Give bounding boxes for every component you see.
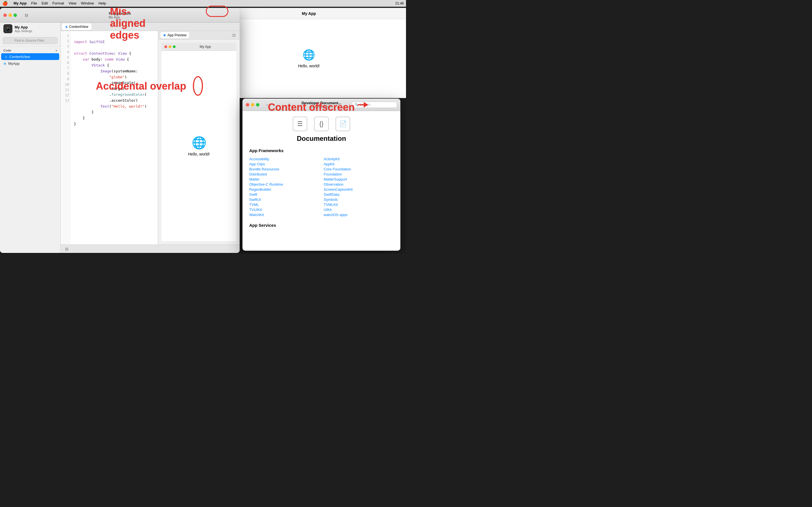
- docs-link-distributed[interactable]: Distributed: [249, 172, 267, 177]
- editor-tab-bar: ◈ ContentView: [61, 22, 240, 31]
- docs-link-watchosapps[interactable]: watchOS apps: [324, 212, 348, 217]
- docs-nav-buttons: ‹ ›: [264, 102, 277, 108]
- docs-link-tvmlkit[interactable]: TVMLKit: [324, 202, 338, 207]
- docs-link-matter[interactable]: Matter: [249, 177, 260, 182]
- xcode-title-main: Playgrounds: [109, 11, 131, 15]
- myapp-panel-content: 🌐 Hello, world!: [212, 19, 406, 98]
- menu-bar-right: 21:46: [395, 1, 404, 5]
- xcode-body: 📱 My App App Settings 🔍 Find in Source F…: [0, 22, 240, 253]
- iphone-traffic-lights: [164, 45, 175, 48]
- docs-link-observation[interactable]: Observation: [324, 182, 343, 187]
- code-editor[interactable]: 12345 678910 111213 import SwiftUI struc…: [61, 31, 158, 244]
- app-name: My App: [15, 25, 32, 29]
- docs-link-activitykit[interactable]: ActivityKit: [324, 156, 340, 162]
- docs-link-tvuikit[interactable]: TVUIKit: [249, 207, 262, 212]
- docs-maximize[interactable]: [256, 103, 259, 107]
- docs-link-accessibility[interactable]: Accessibility: [249, 156, 269, 162]
- docs-link-swiftui[interactable]: SwiftUI: [249, 197, 261, 202]
- docs-search-box[interactable]: 🔍 Search: [352, 102, 397, 108]
- docs-titlebar: ‹ › Developer Document... Documentation …: [243, 99, 400, 111]
- docs-link-mattersupport[interactable]: MatterSupport: [324, 177, 347, 182]
- menu-myapp[interactable]: My App: [13, 1, 27, 5]
- app-icon: 📱: [3, 24, 12, 33]
- myapp-globe-icon: 🌐: [303, 49, 315, 61]
- docs-links-grid: Accessibility App Clips Bundle Resources…: [249, 156, 394, 217]
- docs-link-tvml[interactable]: TVML: [249, 202, 259, 207]
- docs-close[interactable]: [246, 103, 249, 107]
- app-subtitle: App Settings: [15, 29, 32, 33]
- docs-link-watchkit[interactable]: WatchKit: [249, 212, 264, 217]
- iphone-title: My App: [177, 45, 234, 49]
- tab-contentview-icon: ◈: [65, 25, 68, 29]
- xcode-bottom-toolbar: ⊟: [61, 244, 240, 253]
- preview-tab-bar: ◉ App Preview ⊡: [158, 31, 240, 40]
- preview-action-btn[interactable]: ⊡: [231, 32, 238, 39]
- search-placeholder: Find in Source Files: [14, 39, 44, 43]
- docs-link-objcruntime[interactable]: Objective-C Runtime: [249, 182, 283, 187]
- menu-help[interactable]: Help: [98, 1, 106, 5]
- bottom-sidebar-icon[interactable]: ⊟: [64, 246, 70, 252]
- minimize-button[interactable]: [8, 13, 12, 17]
- preview-hello-text: Hello, world!: [188, 152, 210, 156]
- docs-minimize[interactable]: [251, 103, 254, 107]
- docs-link-bundleresources[interactable]: Bundle Resources: [249, 166, 279, 172]
- sidebar-chevron-icon: ▾: [56, 49, 57, 52]
- menu-file[interactable]: File: [31, 1, 37, 5]
- menu-view[interactable]: View: [68, 1, 77, 5]
- docs-title: Developer Document...: [302, 101, 342, 105]
- apple-menu[interactable]: 🍎: [2, 1, 8, 6]
- docs-back-button[interactable]: ‹: [264, 102, 270, 108]
- sidebar-item-myapp[interactable]: ◈ MyApp: [0, 60, 60, 67]
- close-button[interactable]: [3, 13, 7, 17]
- docs-link-appclips[interactable]: App Clips: [249, 161, 265, 167]
- xcode-titlebar: ⊟ Playgrounds My App: [0, 8, 240, 22]
- menu-edit[interactable]: Edit: [42, 1, 48, 5]
- tab-app-preview[interactable]: ◉ App Preview: [160, 32, 189, 39]
- sidebar-search-input[interactable]: Find in Source Files: [3, 37, 57, 44]
- docs-window: ‹ › Developer Document... Documentation …: [243, 99, 400, 251]
- xcode-content: ◈ ContentView 12345 678910 111213 import…: [61, 22, 240, 253]
- docs-icon-file: 📄: [336, 117, 350, 131]
- sidebar-toggle-icon[interactable]: ⊟: [24, 12, 29, 18]
- docs-link-appkit[interactable]: AppKit: [324, 161, 335, 167]
- docs-link-corefoundation[interactable]: Core Foundation: [324, 166, 351, 172]
- code-content[interactable]: import SwiftUI struct ContentView: View …: [70, 31, 158, 244]
- sidebar-app-item[interactable]: 📱 My App App Settings: [0, 22, 60, 35]
- docs-icon-list: ☰: [293, 117, 307, 131]
- myapp-filename: MyApp: [8, 61, 19, 66]
- xcode-window-title: Playgrounds My App: [109, 11, 131, 19]
- docs-link-regexbuilder[interactable]: RegexBuilder: [249, 187, 271, 192]
- docs-traffic-lights: [246, 103, 259, 107]
- tab-contentview[interactable]: ◈ ContentView: [62, 23, 92, 30]
- docs-link-swiftdata[interactable]: SwiftData: [324, 192, 340, 197]
- iphone-close: [164, 45, 167, 48]
- docs-main-title: Documentation: [249, 135, 394, 143]
- editor-preview-split: 12345 678910 111213 import SwiftUI struc…: [61, 31, 240, 244]
- contentview-filename: ContentView: [9, 55, 30, 59]
- preview-globe-icon: 🌐: [192, 136, 206, 150]
- myapp-panel-title: My App: [302, 11, 316, 16]
- docs-subtitle: Documentation: [302, 105, 342, 108]
- docs-link-uikit[interactable]: UIKit: [324, 207, 332, 212]
- docs-body: ☰ {} 📄 Documentation App Frameworks Acce…: [243, 111, 400, 251]
- docs-link-swift[interactable]: Swift: [249, 192, 257, 197]
- toolbar-icons: ⊟: [24, 12, 29, 18]
- docs-link-screencapturekit[interactable]: ScreenCaptureKit: [324, 187, 353, 192]
- docs-links-col1: Accessibility App Clips Bundle Resources…: [249, 156, 319, 217]
- docs-search-placeholder: Search: [360, 103, 370, 107]
- menu-time: 21:46: [395, 1, 404, 5]
- menu-window[interactable]: Window: [81, 1, 94, 5]
- sidebar-section-label: Code: [3, 49, 11, 52]
- docs-forward-button[interactable]: ›: [271, 102, 277, 108]
- sidebar-item-contentview[interactable]: ◈ ContentView: [1, 53, 59, 60]
- myapp-panel-titlebar: My App: [212, 8, 406, 19]
- docs-icons-row: ☰ {} 📄: [249, 117, 394, 131]
- iphone-maximize: [173, 45, 175, 48]
- xcode-sidebar: 📱 My App App Settings 🔍 Find in Source F…: [0, 22, 61, 253]
- maximize-button[interactable]: [13, 13, 17, 17]
- menu-format[interactable]: Format: [52, 1, 64, 5]
- sidebar-section-header: Code ▾: [0, 47, 60, 53]
- app-preview-panel: ◉ App Preview ⊡: [158, 31, 240, 244]
- docs-link-symbols[interactable]: Symbols: [324, 197, 338, 202]
- docs-link-foundation[interactable]: Foundation: [324, 172, 342, 177]
